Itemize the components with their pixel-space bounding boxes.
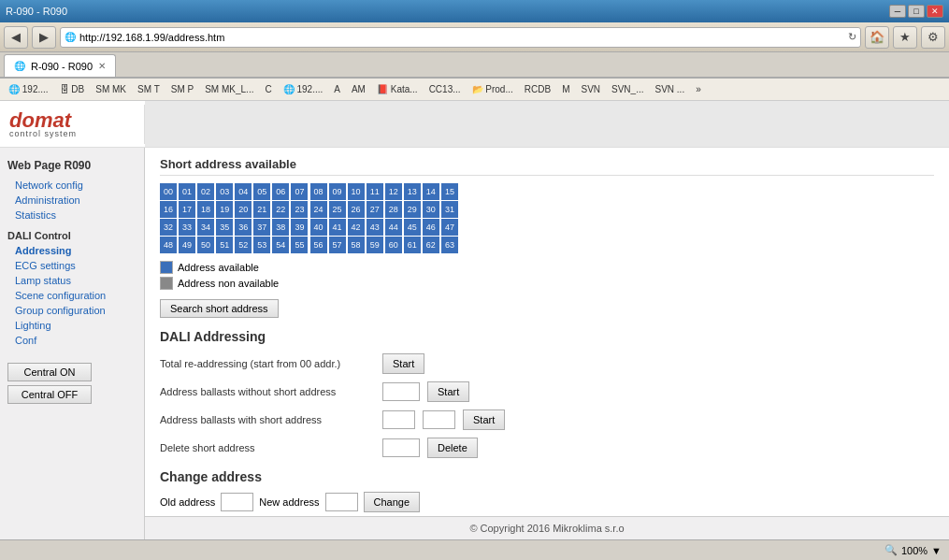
bookmark-c[interactable]: C (260, 82, 276, 96)
sidebar-item-statistics[interactable]: Statistics (0, 208, 144, 223)
bookmarks-more[interactable]: » (691, 82, 706, 96)
sidebar-item-administration[interactable]: Administration (0, 193, 144, 208)
sidebar: Web Page R090 Network config Administrat… (0, 148, 145, 539)
active-tab[interactable]: 🌐 R-090 - R090 ✕ (4, 54, 116, 77)
maximize-button[interactable]: □ (908, 5, 925, 18)
zoom-level: 100% (901, 545, 927, 556)
logo-sub: control system (9, 129, 135, 138)
address-cell-15: 15 (441, 183, 458, 200)
favorites-button[interactable]: ★ (893, 26, 917, 49)
settings-button[interactable]: ⚙ (921, 26, 945, 49)
new-address-input[interactable] (325, 493, 358, 511)
ballast-no-short-label: Address ballasts without short address (160, 386, 375, 397)
bookmark-cc13[interactable]: CC13... (424, 82, 466, 96)
address-cell-34: 34 (197, 219, 214, 236)
bookmark-svn2[interactable]: SVN_... (607, 82, 648, 96)
ballast-with-short-label: Address ballasts with short address (160, 414, 375, 425)
sidebar-buttons: Central ON Central OFF (0, 355, 144, 411)
address-input[interactable] (79, 32, 844, 43)
bookmark-rcdb[interactable]: RCDB (520, 82, 555, 96)
bookmark-svn3[interactable]: SVN ... (651, 82, 690, 96)
address-cell-10: 10 (348, 183, 365, 200)
bookmark-prod[interactable]: 📂 Prod... (467, 82, 518, 96)
ballast-with-short-input-2[interactable] (423, 410, 455, 429)
zoom-dropdown-icon[interactable]: ▼ (931, 545, 942, 556)
sidebar-item-group-config[interactable]: Group configuration (0, 303, 144, 318)
address-cell-40: 40 (310, 219, 327, 236)
new-address-label: New address (259, 496, 319, 508)
bookmark-p[interactable]: SM P (166, 82, 198, 96)
bookmark-svn[interactable]: SVN (576, 82, 605, 96)
address-cell-11: 11 (367, 183, 383, 200)
address-cell-29: 29 (404, 201, 421, 218)
delete-short-button[interactable]: Delete (427, 438, 478, 458)
ballast-with-short-input-1[interactable] (382, 410, 415, 429)
address-cell-19: 19 (216, 201, 233, 218)
central-off-button[interactable]: Central OFF (7, 385, 92, 404)
bookmark-kata[interactable]: 📕 Kata... (372, 82, 423, 96)
legend-unavailable: Address non available (160, 277, 934, 290)
total-readdress-label: Total re-addressing (start from 00 addr.… (160, 358, 375, 369)
sidebar-item-lighting[interactable]: Lighting (0, 318, 144, 333)
footer-text: © Copyright 2016 Mikroklima s.r.o (469, 523, 624, 534)
address-cell-03: 03 (216, 183, 233, 200)
home-button[interactable]: 🏠 (865, 26, 889, 49)
sidebar-item-conf[interactable]: Conf (0, 333, 144, 348)
tab-favicon: 🌐 (14, 61, 25, 71)
ballast-with-short-button[interactable]: Start (463, 409, 505, 430)
address-cell-31: 31 (441, 201, 458, 218)
delete-short-row: Delete short address Delete (160, 438, 934, 458)
address-cell-25: 25 (329, 201, 346, 218)
tab-close-button[interactable]: ✕ (98, 61, 106, 71)
bookmark-192[interactable]: 🌐 192.... (4, 82, 53, 96)
address-cell-51: 51 (216, 237, 233, 253)
address-cell-28: 28 (385, 201, 402, 218)
address-cell-37: 37 (253, 219, 270, 236)
bookmark-am[interactable]: AM (347, 82, 370, 96)
refresh-button[interactable]: ↻ (848, 31, 856, 43)
address-cell-46: 46 (423, 219, 439, 236)
bookmark-192b[interactable]: 🌐 192.... (279, 82, 328, 96)
address-cell-53: 53 (253, 237, 270, 253)
close-button[interactable]: ✕ (927, 5, 943, 18)
address-cell-42: 42 (348, 219, 365, 236)
sidebar-item-scene-config[interactable]: Scene configuration (0, 288, 144, 303)
bookmark-db[interactable]: 🗄 DB (55, 82, 90, 96)
address-cell-49: 49 (179, 237, 195, 253)
address-cell-06: 06 (272, 183, 289, 200)
main-content: Short address available 0001020304050607… (145, 148, 949, 516)
bookmark-mk[interactable]: SM MK (91, 82, 131, 96)
ballast-no-short-row: Address ballasts without short address S… (160, 381, 934, 402)
ballast-no-short-button[interactable]: Start (427, 381, 469, 402)
sidebar-item-ecg-settings[interactable]: ECG settings (0, 258, 144, 273)
address-cell-22: 22 (272, 201, 289, 218)
bookmark-t[interactable]: SM T (133, 82, 165, 96)
zoom-icon: 🔍 (884, 544, 898, 556)
address-cell-26: 26 (348, 201, 365, 218)
minimize-button[interactable]: ─ (889, 5, 906, 18)
bookmark-m[interactable]: M (557, 82, 574, 96)
address-cell-21: 21 (253, 201, 270, 218)
old-address-input[interactable] (221, 493, 253, 511)
bookmark-mkl[interactable]: SM MK_L... (200, 82, 258, 96)
address-cell-55: 55 (291, 237, 308, 253)
status-bar: 🔍 100% ▼ (0, 539, 949, 560)
bookmark-a[interactable]: A (329, 82, 345, 96)
change-address-button[interactable]: Change (364, 492, 421, 512)
back-button[interactable]: ◀ (4, 26, 28, 49)
address-cell-57: 57 (329, 237, 346, 253)
search-short-address-button[interactable]: Search short address (160, 299, 279, 318)
sidebar-item-addressing[interactable]: Addressing (0, 243, 144, 258)
central-on-button[interactable]: Central ON (7, 363, 92, 381)
sidebar-item-network-config[interactable]: Network config (0, 178, 144, 193)
address-cell-44: 44 (385, 219, 402, 236)
address-cell-13: 13 (404, 183, 421, 200)
address-cell-36: 36 (235, 219, 252, 236)
delete-short-input[interactable] (382, 438, 420, 457)
forward-button[interactable]: ▶ (32, 26, 56, 49)
change-address-row: Old address New address Change (160, 492, 934, 512)
ballast-no-short-input[interactable] (382, 382, 420, 401)
total-readdress-button[interactable]: Start (382, 353, 424, 374)
sidebar-item-lamp-status[interactable]: Lamp status (0, 273, 144, 288)
dali-addressing-title: DALI Addressing (160, 329, 934, 344)
